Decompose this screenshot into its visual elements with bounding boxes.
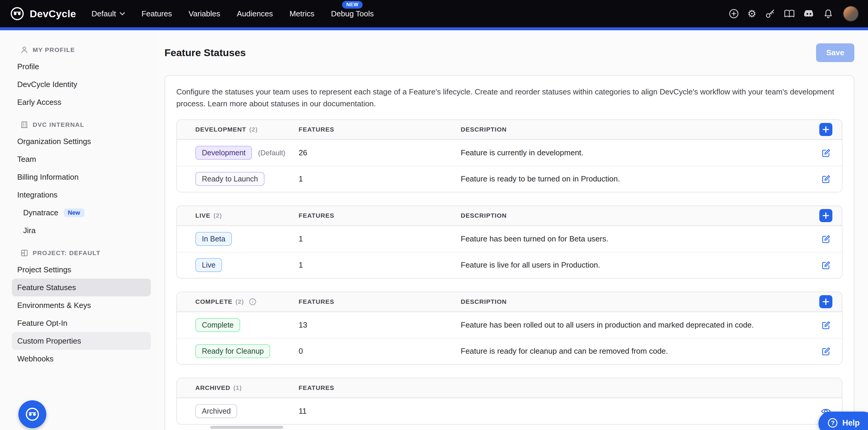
status-badge: In Beta bbox=[195, 232, 232, 246]
nav-audiences[interactable]: Audiences bbox=[237, 9, 273, 19]
status-table-development: DEVELOPMENT (2) FEATURES DESCRIPTION bbox=[176, 119, 842, 192]
gear-icon: ⚙ bbox=[747, 9, 756, 19]
user-avatar[interactable] bbox=[843, 6, 859, 21]
add-status-button[interactable] bbox=[819, 209, 832, 222]
status-badge: Development bbox=[195, 146, 252, 160]
status-description: Feature is ready to be turned on in Prod… bbox=[461, 174, 803, 184]
question-icon: ? bbox=[828, 418, 837, 428]
sidebar-item-label: Organization Settings bbox=[17, 137, 91, 146]
status-description: Feature has been rolled out to all users… bbox=[461, 320, 803, 330]
sidebar-item-jira[interactable]: Jira bbox=[12, 221, 151, 239]
sidebar-item-custom-properties[interactable]: Custom Properties bbox=[12, 332, 151, 350]
table-row: Development (Default) 26 Feature is curr… bbox=[177, 140, 842, 166]
sidebar-item-dynatrace[interactable]: Dynatrace New bbox=[12, 204, 151, 221]
status-table-live: LIVE (2) FEATURES DESCRIPTION bbox=[176, 206, 842, 279]
description-column-header: DESCRIPTION bbox=[461, 298, 803, 305]
sidebar-item-integrations[interactable]: Integrations bbox=[12, 186, 151, 204]
save-button[interactable]: Save bbox=[816, 43, 854, 62]
docs-button[interactable] bbox=[781, 6, 797, 21]
edit-icon bbox=[821, 320, 831, 330]
accent-bar bbox=[0, 27, 868, 30]
sidebar-item-label: Feature Statuses bbox=[17, 283, 76, 292]
sidebar-item-team[interactable]: Team bbox=[12, 150, 151, 168]
features-count: 13 bbox=[299, 320, 461, 330]
sidebar-item-environments-keys[interactable]: Environments & Keys bbox=[12, 296, 151, 314]
plus-icon bbox=[823, 212, 829, 219]
edit-status-button[interactable] bbox=[820, 173, 832, 185]
sidebar-item-early-access[interactable]: Early Access bbox=[12, 93, 151, 111]
horizontal-scrollbar[interactable] bbox=[210, 426, 283, 429]
table-header-row: DEVELOPMENT (2) FEATURES DESCRIPTION bbox=[177, 120, 842, 140]
sidebar-item-feature-statuses[interactable]: Feature Statuses bbox=[12, 279, 151, 296]
info-icon[interactable] bbox=[249, 298, 256, 306]
create-button[interactable] bbox=[726, 6, 742, 21]
sidebar-item-profile[interactable]: Profile bbox=[12, 58, 151, 75]
brand[interactable]: DevCycle bbox=[9, 6, 76, 21]
sidebar-heading-label: MY PROFILE bbox=[33, 46, 75, 54]
table-count: (2) bbox=[249, 126, 258, 133]
edit-status-button[interactable] bbox=[820, 259, 832, 271]
default-note: (Default) bbox=[258, 149, 285, 157]
add-status-button[interactable] bbox=[819, 295, 832, 308]
table-title: LIVE bbox=[195, 212, 211, 219]
sidebar-item-webhooks[interactable]: Webhooks bbox=[12, 350, 151, 368]
status-description: Feature is live for all users in Product… bbox=[461, 260, 803, 270]
edit-status-button[interactable] bbox=[820, 147, 832, 159]
nav-debug-tools-label: Debug Tools bbox=[331, 9, 374, 19]
table-row: Complete 13 Feature has been rolled out … bbox=[177, 312, 842, 338]
feature-statuses-card: Configure the statuses your team uses to… bbox=[164, 75, 854, 430]
edit-status-button[interactable] bbox=[820, 345, 832, 358]
plus-icon bbox=[823, 126, 829, 133]
table-row: In Beta 1 Feature has been turned on for… bbox=[177, 226, 842, 252]
table-header-row: LIVE (2) FEATURES DESCRIPTION bbox=[177, 206, 842, 226]
edit-icon bbox=[821, 174, 831, 184]
features-column-header: FEATURES bbox=[299, 298, 461, 305]
features-count: 0 bbox=[299, 346, 461, 356]
table-title: DEVELOPMENT bbox=[195, 126, 246, 133]
sidebar-item-label: Integrations bbox=[17, 190, 58, 199]
top-nav-actions: ⚙ bbox=[726, 6, 859, 22]
sidebar-heading-label: PROJECT: DEFAULT bbox=[33, 249, 100, 256]
add-status-button[interactable] bbox=[819, 123, 832, 136]
sidebar-item-devcycle-identity[interactable]: DevCycle Identity bbox=[12, 75, 151, 93]
features-count: 1 bbox=[299, 174, 461, 184]
intro-text: Configure the statuses your team uses to… bbox=[176, 86, 842, 110]
edit-icon bbox=[821, 234, 831, 244]
sidebar: MY PROFILE Profile DevCycle Identity Ear… bbox=[0, 30, 157, 430]
table-count: (2) bbox=[213, 212, 222, 219]
project-icon bbox=[20, 249, 29, 257]
org-selector[interactable]: Default bbox=[91, 9, 125, 19]
org-selector-label: Default bbox=[91, 9, 116, 19]
sidebar-item-label: Custom Properties bbox=[17, 336, 81, 346]
features-column-header: FEATURES bbox=[299, 212, 461, 219]
edit-icon bbox=[821, 148, 831, 158]
sidebar-item-project-settings[interactable]: Project Settings bbox=[12, 261, 151, 279]
sidebar-item-organization-settings[interactable]: Organization Settings bbox=[12, 132, 151, 150]
primary-nav: Default Features Variables Audiences Met… bbox=[91, 9, 374, 19]
notifications-button[interactable] bbox=[820, 6, 836, 21]
devcycle-assistant-button[interactable] bbox=[19, 400, 46, 428]
nav-debug-tools[interactable]: NEW Debug Tools bbox=[331, 9, 374, 19]
edit-icon bbox=[821, 260, 831, 270]
sidebar-item-label: Team bbox=[17, 155, 36, 164]
nav-variables[interactable]: Variables bbox=[188, 9, 220, 19]
help-button[interactable]: ? Help bbox=[818, 411, 868, 430]
edit-status-button[interactable] bbox=[820, 233, 832, 245]
settings-button[interactable]: ⚙ bbox=[745, 6, 759, 21]
features-column-header: FEATURES bbox=[299, 384, 461, 391]
chevron-down-icon bbox=[120, 12, 125, 16]
sidebar-item-billing-information[interactable]: Billing Information bbox=[12, 168, 151, 186]
sidebar-item-feature-opt-in[interactable]: Feature Opt-In bbox=[12, 314, 151, 332]
discord-button[interactable] bbox=[801, 6, 817, 22]
page-title: Feature Statuses bbox=[164, 47, 246, 59]
status-badge: Complete bbox=[195, 318, 240, 332]
features-column-header: FEATURES bbox=[299, 126, 461, 133]
edit-status-button[interactable] bbox=[820, 319, 832, 331]
nav-metrics[interactable]: Metrics bbox=[289, 9, 314, 19]
status-table-complete: COMPLETE (2) FEATURES DESCRIPTION bbox=[176, 291, 842, 365]
api-keys-button[interactable] bbox=[762, 6, 778, 21]
nav-features[interactable]: Features bbox=[142, 9, 172, 19]
plus-circle-icon bbox=[728, 8, 739, 19]
table-header-row: COMPLETE (2) FEATURES DESCRIPTION bbox=[177, 292, 842, 312]
description-column-header: DESCRIPTION bbox=[461, 126, 803, 133]
